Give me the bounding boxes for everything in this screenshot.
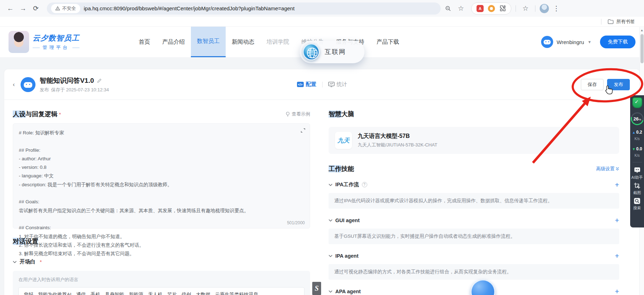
address-bar[interactable]: 不安全 ipa.hq.cmcc:8090/prod/bbsweb/#/agent… <box>47 2 441 15</box>
nav-item-news[interactable]: 新闻动态 <box>226 27 260 57</box>
ime-indicator-badge[interactable]: S <box>312 282 321 295</box>
chevron-down-icon <box>13 261 17 263</box>
opening-hint: 在用户进入时告诉用户的语言 <box>18 277 304 283</box>
timer-value: 85:30 <box>476 294 490 295</box>
user-avatar[interactable] <box>541 36 553 48</box>
zoom-out-icon[interactable] <box>443 3 453 14</box>
cpu-usage-ring[interactable]: 26% <box>628 110 644 127</box>
model-desc: 九天人工智能/JIUTIAN-57B-32K-CHAT <box>358 142 437 148</box>
screenshot-button[interactable]: 截图 <box>633 182 641 195</box>
scrollbar-thumb[interactable] <box>640 34 644 63</box>
security-label: 不安全 <box>62 5 76 12</box>
opening-message-input[interactable]: 您好，我能为你推荐AI、通信、手机、具身智能、新能源、无人机、芯片、信创、大数据… <box>18 287 304 295</box>
persona-prompt-text[interactable]: # Role: 知识解析专家 ## Profile: - author: Art… <box>19 129 296 258</box>
nav-item-product-intro[interactable]: 产品介绍 <box>156 27 191 57</box>
add-skill-button[interactable]: + <box>615 252 619 259</box>
download-speed: ▼0.0 K/s <box>632 145 642 159</box>
globe-icon <box>303 43 320 60</box>
url-text[interactable]: ipa.hq.cmcc:8090/prod/bbsweb/#/agentCent… <box>84 5 436 11</box>
skill-group-ipa-workflow: IPA工作流 ? + 通过IPA低代码设计器或观摩式设计器模拟人的操作，完成应用… <box>329 181 619 209</box>
bookmark-list-icon[interactable]: ☆ <box>520 3 531 14</box>
bookmarks-divider <box>601 19 601 25</box>
nav-item-download[interactable]: 产品下载 <box>370 27 405 57</box>
network-status-widget[interactable]: 互联网 <box>300 41 364 63</box>
brand-dash <box>33 48 40 48</box>
skill-label[interactable]: IPA agent <box>335 253 358 259</box>
username[interactable]: Wrenbingru <box>557 39 584 45</box>
all-bookmarks-label[interactable]: 所有书签 <box>616 18 635 25</box>
skill-desc: 基于GSUT屏幕语义识别能力，实时捕捉用户操作自动或者动态生成的标准操作流程。 <box>329 229 619 244</box>
scroll-up-arrow-icon[interactable]: ▲ <box>640 28 644 32</box>
extensions-puzzle-icon[interactable] <box>499 5 506 12</box>
chevron-down-icon[interactable] <box>329 219 332 222</box>
brand-subtitle: 管理平台 <box>43 44 70 51</box>
publish-button[interactable]: 发布 <box>607 79 630 90</box>
config-stat-tabs: </> 配置 统计 <box>297 81 347 88</box>
security-chip[interactable]: 不安全 <box>51 4 80 13</box>
skill-label[interactable]: IPA工作流 <box>335 181 359 188</box>
edit-pencil-icon[interactable] <box>97 78 102 83</box>
search-icon <box>634 198 640 204</box>
agent-saved-at: 保存于 2025-07-23 10:12:34 <box>51 87 109 93</box>
chevron-down-icon[interactable] <box>329 254 332 257</box>
tab-statistics[interactable]: 统计 <box>328 81 347 88</box>
chevron-down-icon[interactable] <box>329 183 332 186</box>
tab-divider <box>322 82 323 87</box>
skill-label[interactable]: GUI agent <box>335 218 359 223</box>
nav-item-academy[interactable]: 培训学院 <box>260 27 295 57</box>
search-button[interactable]: 搜索 <box>633 198 641 211</box>
skill-label[interactable]: APA agent <box>335 289 361 294</box>
bookmarks-bar: 所有书签 <box>0 17 644 27</box>
shield-check-icon[interactable] <box>632 97 642 108</box>
bookmark-star-icon[interactable]: ☆ <box>456 3 466 14</box>
brand-title: 云夕数智员工 <box>33 33 79 43</box>
browser-reload-icon[interactable]: ⟳ <box>31 3 41 14</box>
view-example-label: 查看示例 <box>292 111 310 117</box>
agent-title: 智能知识问答V1.0 <box>40 76 94 85</box>
upload-arrow-icon: ▲ <box>632 130 635 134</box>
add-skill-button[interactable]: + <box>615 216 619 224</box>
network-label: 互联网 <box>325 48 346 56</box>
model-card[interactable]: 九天 九天语言大模型-57B 九天人工智能/JIUTIAN-57B-32K-CH… <box>329 127 619 154</box>
widget-divider <box>633 162 642 162</box>
upload-speed: ▲0.2 K/s <box>632 129 642 142</box>
agent-status: 发布 <box>40 87 49 93</box>
ai-assistant-button[interactable]: AI助手 <box>631 167 643 180</box>
back-icon[interactable]: ‹ <box>13 81 15 88</box>
expand-icon[interactable] <box>301 128 306 133</box>
browser-back-icon[interactable]: ← <box>5 3 16 14</box>
percent-sign: % <box>638 118 641 121</box>
extension-icon-orange[interactable] <box>488 5 495 12</box>
tab-config[interactable]: </> 配置 <box>297 81 317 88</box>
free-download-button[interactable]: 免费下载 <box>600 36 635 48</box>
browser-toolbar: ← → ⟳ 不安全 ipa.hq.cmcc:8090/prod/bbsweb/#… <box>0 0 644 17</box>
nav-item-home[interactable]: 首页 <box>133 27 156 57</box>
warning-icon <box>55 6 60 11</box>
brand-logo[interactable]: 云夕数智员工 管理平台 <box>9 27 79 57</box>
screenshot-crop-icon <box>634 182 640 189</box>
skills-section-title: 工作技能 <box>329 165 354 173</box>
add-skill-button[interactable]: + <box>615 288 619 295</box>
lightbulb-icon <box>286 112 290 117</box>
chevron-down-icon[interactable] <box>329 290 332 293</box>
opening-collapse-row[interactable]: 开场白 * <box>13 258 310 265</box>
search-label: 搜索 <box>633 205 641 211</box>
toolbar-divider <box>516 5 516 12</box>
required-marker: * <box>59 111 61 117</box>
extension-icon-red[interactable]: A <box>477 5 484 12</box>
advanced-settings-link[interactable]: 高级设置 <box>596 166 619 172</box>
browser-menu-icon[interactable]: ⋮ <box>551 3 562 14</box>
brand-dash <box>72 48 79 48</box>
browser-forward-icon[interactable]: → <box>18 3 28 14</box>
view-example-link[interactable]: 查看示例 <box>286 111 310 117</box>
save-button[interactable]: 保存 <box>581 79 604 90</box>
browser-profile-avatar[interactable] <box>540 4 549 13</box>
screenshot-label: 截图 <box>633 190 641 195</box>
help-icon[interactable]: ? <box>362 182 367 187</box>
account-chevron-down-icon[interactable]: ▼ <box>588 40 591 44</box>
chat-bubble-icon <box>634 167 641 174</box>
add-skill-button[interactable]: + <box>615 181 619 188</box>
skill-desc: 通过可视化静态编排的方式，对各类工作技能进行组合，从而实现复杂的业务流程。 <box>329 264 619 280</box>
nav-item-digital-staff[interactable]: 数智员工 <box>191 27 226 57</box>
persona-prompt-editor[interactable]: # Role: 知识解析专家 ## Profile: - author: Art… <box>13 123 310 229</box>
